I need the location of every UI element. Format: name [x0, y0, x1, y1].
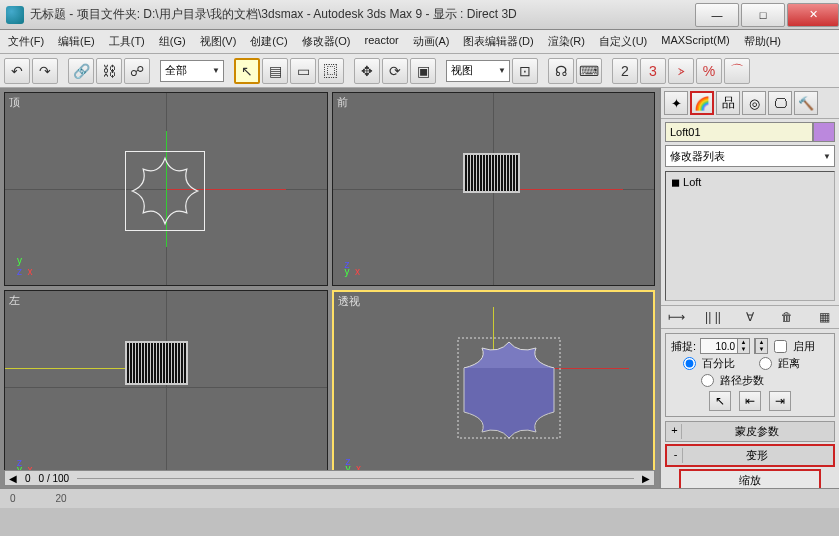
select-manipulate-button[interactable]: ☊: [548, 58, 574, 84]
modify-tab[interactable]: 🌈: [690, 91, 714, 115]
utilities-tab[interactable]: 🔨: [794, 91, 818, 115]
skin-params-rollup[interactable]: + 蒙皮参数: [665, 421, 835, 442]
hierarchy-tab[interactable]: 品: [716, 91, 740, 115]
percent-label: 百分比: [702, 356, 735, 371]
main-toolbar: ↶ ↷ 🔗 ⛓ ☍ 全部 ↖ ▤ ▭ ⿴ ✥ ⟳ ▣ 视图 ⊡ ☊ ⌨ 2 3 …: [0, 54, 839, 88]
redo-button[interactable]: ↷: [32, 58, 58, 84]
capture-label: 捕捉:: [671, 339, 696, 354]
make-unique-button[interactable]: ∀: [741, 308, 759, 326]
move-button[interactable]: ✥: [354, 58, 380, 84]
close-button[interactable]: ✕: [787, 3, 839, 27]
time-slider[interactable]: ◀0 0 / 100 ▶: [4, 470, 655, 486]
pivot-button[interactable]: ⊡: [512, 58, 538, 84]
viewport-top[interactable]: 顶 yz x: [4, 92, 328, 286]
scale-button[interactable]: ▣: [410, 58, 436, 84]
display-tab[interactable]: 🖵: [768, 91, 792, 115]
command-panel: ✦ 🌈 品 ◎ 🖵 🔨 修改器列表 ◼ Loft ⟼ || || ∀ 🗑 ▦ 捕…: [659, 88, 839, 488]
pathsteps-radio[interactable]: [701, 374, 714, 387]
unlink-button[interactable]: ⛓: [96, 58, 122, 84]
viewport-label-left: 左: [9, 293, 20, 308]
viewport-label-perspective: 透视: [338, 294, 360, 309]
enable-checkbox[interactable]: [774, 340, 787, 353]
modifier-stack-item[interactable]: ◼ Loft: [669, 175, 831, 190]
menu-help[interactable]: 帮助(H): [742, 32, 783, 51]
maximize-button[interactable]: □: [741, 3, 785, 27]
menu-render[interactable]: 渲染(R): [546, 32, 587, 51]
menu-create[interactable]: 创建(C): [248, 32, 289, 51]
snap-3d-button[interactable]: 3: [640, 58, 666, 84]
viewports-area: 顶 yz x 前 zy x 左 zy: [0, 88, 659, 488]
viewport-front[interactable]: 前 zy x: [332, 92, 656, 286]
pathsteps-label: 路径步数: [720, 373, 764, 388]
window-title: 无标题 - 项目文件夹: D:\用户目录\我的文档\3dsmax - Autod…: [30, 6, 693, 23]
window-crossing-button[interactable]: ⿴: [318, 58, 344, 84]
menu-maxscript[interactable]: MAXScript(M): [659, 32, 731, 51]
rotate-button[interactable]: ⟳: [382, 58, 408, 84]
next-shape-button[interactable]: ⇥: [769, 391, 791, 411]
capture-spinner[interactable]: ▲▼: [700, 338, 750, 354]
minimize-button[interactable]: —: [695, 3, 739, 27]
menu-tools[interactable]: 工具(T): [107, 32, 147, 51]
menu-view[interactable]: 视图(V): [198, 32, 239, 51]
capture-spinner-2[interactable]: ▲▼: [754, 338, 768, 354]
configure-sets-button[interactable]: ▦: [815, 308, 833, 326]
enable-label: 启用: [793, 339, 815, 354]
undo-button[interactable]: ↶: [4, 58, 30, 84]
select-by-name-button[interactable]: ▤: [262, 58, 288, 84]
show-end-result-button[interactable]: || ||: [704, 308, 722, 326]
loft-shape-front: [463, 153, 520, 193]
selection-filter-dropdown[interactable]: 全部: [160, 60, 224, 82]
distance-radio[interactable]: [759, 357, 772, 370]
menu-edit[interactable]: 编辑(E): [56, 32, 97, 51]
angle-snap-button[interactable]: ⦠: [668, 58, 694, 84]
timeline-ruler[interactable]: 0 20: [0, 488, 839, 508]
remove-modifier-button[interactable]: 🗑: [778, 308, 796, 326]
modifier-stack[interactable]: ◼ Loft: [665, 171, 835, 301]
loft-shape-perspective: [444, 332, 574, 442]
menu-reactor[interactable]: reactor: [363, 32, 401, 51]
viewport-label-top: 顶: [9, 95, 20, 110]
distance-label: 距离: [778, 356, 800, 371]
path-parameters-panel: 捕捉: ▲▼ ▲▼ 启用 百分比 距离: [665, 333, 835, 417]
menu-modifiers[interactable]: 修改器(O): [300, 32, 353, 51]
star-shape-top: [125, 151, 205, 231]
app-icon: [6, 6, 24, 24]
pin-stack-button[interactable]: ⟼: [667, 308, 685, 326]
prev-shape-button[interactable]: ⇤: [739, 391, 761, 411]
viewport-left[interactable]: 左 zy x: [4, 290, 328, 484]
menu-grapheditors[interactable]: 图表编辑器(D): [461, 32, 535, 51]
menu-group[interactable]: 组(G): [157, 32, 188, 51]
select-region-button[interactable]: ▭: [290, 58, 316, 84]
axis-widget-top: yz x: [17, 255, 33, 277]
link-button[interactable]: 🔗: [68, 58, 94, 84]
bind-button[interactable]: ☍: [124, 58, 150, 84]
viewport-label-front: 前: [337, 95, 348, 110]
menu-file[interactable]: 文件(F): [6, 32, 46, 51]
menu-bar: 文件(F) 编辑(E) 工具(T) 组(G) 视图(V) 创建(C) 修改器(O…: [0, 30, 839, 54]
motion-tab[interactable]: ◎: [742, 91, 766, 115]
modifier-list-dropdown[interactable]: 修改器列表: [665, 145, 835, 167]
percent-radio[interactable]: [683, 357, 696, 370]
object-name-input[interactable]: [665, 122, 813, 142]
menu-customize[interactable]: 自定义(U): [597, 32, 649, 51]
select-cursor-button[interactable]: ↖: [234, 58, 260, 84]
percent-snap-button[interactable]: %: [696, 58, 722, 84]
pick-shape-button[interactable]: ↖: [709, 391, 731, 411]
viewport-perspective[interactable]: 透视 zy x: [332, 290, 656, 484]
deformations-rollup[interactable]: - 变形: [665, 444, 835, 467]
ref-coord-dropdown[interactable]: 视图: [446, 60, 510, 82]
scale-deformation-button[interactable]: 缩放: [679, 469, 821, 488]
loft-shape-left: [125, 341, 188, 385]
axis-widget-front: zy x: [345, 259, 361, 277]
spinner-snap-button[interactable]: ⌒: [724, 58, 750, 84]
menu-animation[interactable]: 动画(A): [411, 32, 452, 51]
object-color-swatch[interactable]: [813, 122, 835, 142]
create-tab[interactable]: ✦: [664, 91, 688, 115]
keyboard-shortcut-button[interactable]: ⌨: [576, 58, 602, 84]
snap-2d-button[interactable]: 2: [612, 58, 638, 84]
